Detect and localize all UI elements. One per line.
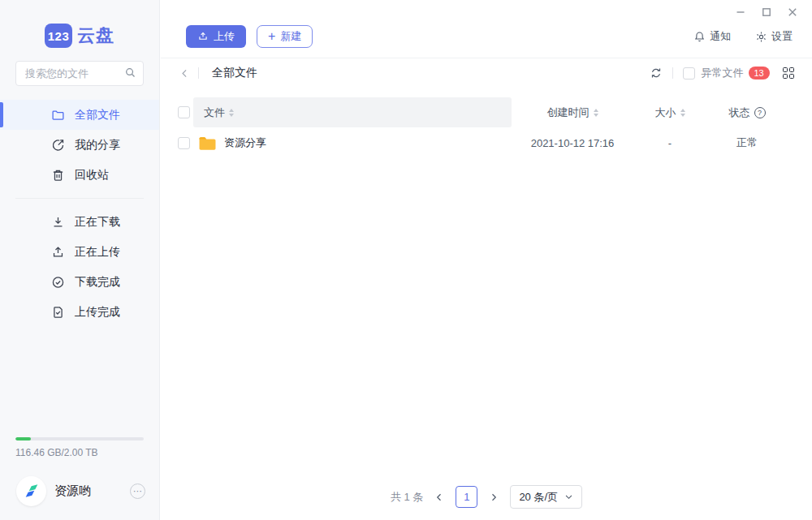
next-page-button[interactable] xyxy=(489,492,499,502)
sidebar-nav: 全部文件 我的分享 回收站 xyxy=(0,100,159,327)
column-label-file: 文件 xyxy=(204,105,225,120)
sidebar-bottom: 116.46 GB/2.00 TB 资源哟 ⋯ xyxy=(0,437,159,520)
grid-view-icon[interactable] xyxy=(783,67,795,80)
page-size-select[interactable]: 20 条/页 xyxy=(510,485,582,509)
back-button[interactable] xyxy=(179,68,190,79)
file-name[interactable]: 资源分享 xyxy=(224,135,266,150)
sort-icon[interactable] xyxy=(594,109,598,117)
abnormal-count-badge: 13 xyxy=(749,67,770,80)
sidebar-item-label: 回收站 xyxy=(75,168,109,183)
new-button[interactable]: + 新建 xyxy=(257,25,313,48)
page-title: 全部文件 xyxy=(212,66,257,80)
status-help-icon[interactable]: ? xyxy=(754,107,766,118)
new-button-label: 新建 xyxy=(280,29,301,44)
storage-label: 116.46 GB/2.00 TB xyxy=(15,447,144,458)
column-header-file[interactable]: 文件 xyxy=(193,97,512,127)
sidebar-item-label: 我的分享 xyxy=(75,138,120,153)
page-size-label: 20 条/页 xyxy=(519,490,558,505)
upload-button[interactable]: 上传 xyxy=(186,25,246,48)
upload-icon xyxy=(197,31,209,42)
notifications-label: 通知 xyxy=(710,29,731,44)
chevron-down-icon xyxy=(564,492,573,501)
column-header-status: 状态 ? xyxy=(706,105,788,120)
column-label-status: 状态 xyxy=(729,105,750,120)
folder-icon xyxy=(51,108,65,122)
row-file-cell[interactable]: 资源分享 xyxy=(193,135,512,151)
column-header-size[interactable]: 大小 xyxy=(633,105,706,120)
sidebar-item-upload-done[interactable]: 上传完成 xyxy=(0,297,159,327)
table-header: 文件 创建时间 大小 xyxy=(161,97,812,127)
sidebar-item-uploading[interactable]: 正在上传 xyxy=(0,237,159,267)
app-window: 123 云盘 全部文件 xyxy=(0,0,812,520)
settings-button[interactable]: 设置 xyxy=(755,29,793,44)
sort-icon[interactable] xyxy=(229,109,234,117)
search-icon xyxy=(124,67,136,79)
avatar[interactable] xyxy=(16,476,46,506)
top-links: 通知 设置 xyxy=(693,29,793,44)
app-logo: 123 云盘 xyxy=(0,22,159,49)
user-name: 资源哟 xyxy=(54,483,91,499)
refresh-icon[interactable] xyxy=(650,67,663,80)
storage-progress-track xyxy=(15,437,144,440)
sidebar-divider xyxy=(15,198,144,199)
sidebar: 123 云盘 全部文件 xyxy=(0,0,160,520)
search-box xyxy=(15,61,144,86)
bell-icon xyxy=(693,31,706,43)
sidebar-item-recycle-bin[interactable]: 回收站 xyxy=(0,160,159,190)
pagination-total: 共 1 条 xyxy=(391,490,423,505)
sidebar-item-label: 上传完成 xyxy=(75,305,120,320)
pagination: 共 1 条 1 20 条/页 xyxy=(161,485,812,509)
sort-icon[interactable] xyxy=(680,109,685,117)
uploading-icon xyxy=(51,245,65,259)
download-done-icon xyxy=(51,275,65,289)
storage-meter: 116.46 GB/2.00 TB xyxy=(0,437,159,458)
sidebar-item-my-shares[interactable]: 我的分享 xyxy=(0,130,159,160)
folder-file-icon xyxy=(198,135,217,151)
sidebar-item-all-files[interactable]: 全部文件 xyxy=(0,100,159,130)
sidebar-item-downloading[interactable]: 正在下载 xyxy=(0,207,159,237)
list-controls: 异常文件 13 xyxy=(650,66,795,80)
share-icon xyxy=(51,138,65,152)
settings-label: 设置 xyxy=(771,29,793,44)
upload-button-label: 上传 xyxy=(214,29,235,44)
abnormal-files-checkbox[interactable] xyxy=(683,67,695,80)
action-bar: 上传 + 新建 通知 xyxy=(161,0,812,58)
sidebar-item-label: 全部文件 xyxy=(75,108,120,122)
breadcrumb-bar: 全部文件 异常文件 13 xyxy=(161,58,812,88)
column-label-created: 创建时间 xyxy=(547,105,590,120)
file-created: 2021-10-12 17:16 xyxy=(512,137,633,149)
main-panel: 上传 + 新建 通知 xyxy=(161,0,812,520)
notifications-button[interactable]: 通知 xyxy=(693,29,731,44)
logo-123-icon: 123 xyxy=(45,24,72,48)
upload-done-icon xyxy=(51,305,65,319)
plus-icon: + xyxy=(268,30,275,43)
storage-progress-fill xyxy=(15,437,31,440)
prev-page-button[interactable] xyxy=(434,492,444,502)
select-all-checkbox[interactable] xyxy=(178,106,190,118)
sidebar-item-download-done[interactable]: 下载完成 xyxy=(0,267,159,297)
file-table: 文件 创建时间 大小 xyxy=(161,97,812,158)
sidebar-item-label: 正在下载 xyxy=(75,215,120,230)
controls-divider xyxy=(672,67,673,79)
column-header-created[interactable]: 创建时间 xyxy=(512,105,633,120)
breadcrumb: 全部文件 xyxy=(179,66,257,80)
downloading-icon xyxy=(51,215,65,229)
file-size: - xyxy=(633,137,706,149)
table-row[interactable]: 资源分享 2021-10-12 17:16 - 正常 xyxy=(161,127,812,158)
file-status: 正常 xyxy=(706,135,788,150)
abnormal-files-label: 异常文件 xyxy=(702,66,744,80)
user-row: 资源哟 ⋯ xyxy=(0,462,159,520)
page-number-button[interactable]: 1 xyxy=(456,486,477,508)
column-label-size: 大小 xyxy=(655,105,676,120)
user-more-icon[interactable]: ⋯ xyxy=(130,483,145,499)
trash-icon xyxy=(51,168,65,182)
sidebar-item-label: 下载完成 xyxy=(75,275,120,290)
row-checkbox[interactable] xyxy=(178,137,190,149)
breadcrumb-divider xyxy=(198,67,199,79)
logo-text: 云盘 xyxy=(77,24,114,48)
sidebar-item-label: 正在上传 xyxy=(75,245,120,260)
gear-icon xyxy=(755,31,767,43)
